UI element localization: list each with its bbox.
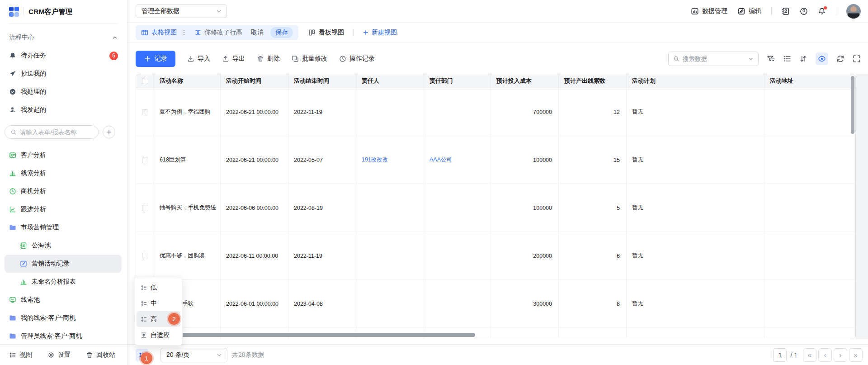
cell-plan[interactable]: 暂无 (627, 136, 764, 184)
table-row[interactable]: 618巨划算 2022-06-21 00:00:00 2022-05-07 19… (136, 136, 855, 184)
dept-link[interactable]: AAA公司 (429, 156, 452, 164)
col-header[interactable]: 预计产出线索数 (559, 74, 627, 88)
table-row[interactable]: 优惠不够，团购凑 2022-06-11 00:00:00 2022-11-19 … (136, 232, 855, 280)
sidebar-item-lead-pool[interactable]: 线索池 (0, 291, 127, 309)
cell-cost[interactable]: 100000 (491, 136, 559, 184)
delete-button[interactable]: 删除 (257, 55, 280, 63)
col-header[interactable]: 活动计划 (627, 74, 764, 88)
sort-icon[interactable] (799, 55, 807, 63)
row-checkbox[interactable] (142, 109, 148, 115)
cell-start[interactable]: 2022-06-21 00:00:00 (221, 88, 288, 136)
cell-leads[interactable]: 15 (559, 136, 627, 184)
page-size-select[interactable]: 20 条/页 (160, 348, 227, 362)
table-row[interactable]: 抽号购买，手机免费送 2022-06-06 00:00:00 2022-08-1… (136, 184, 855, 232)
sidebar-item-my-leads[interactable]: 我的线索-客户-商机 (0, 309, 127, 327)
cell-start[interactable]: 2022-06-01 00:00:00 (221, 280, 288, 328)
add-record-button[interactable]: 记录 (136, 51, 175, 67)
cell-end[interactable]: 2022-05-07 (288, 136, 356, 184)
sidebar-item-unnamed-report[interactable]: 未命名分析报表 (0, 273, 127, 291)
sidebar-section-process[interactable]: 流程中心 (0, 28, 127, 47)
export-button[interactable]: 导出 (222, 55, 245, 63)
tab-table-view[interactable]: 表格视图 (141, 28, 177, 37)
col-header[interactable]: 责任人 (356, 74, 424, 88)
first-page-button[interactable]: « (803, 348, 816, 362)
list-settings-icon[interactable] (783, 55, 791, 63)
help-icon[interactable] (800, 7, 808, 15)
table-search-input[interactable] (683, 56, 745, 62)
menu-item-row-height-auto[interactable]: 自适应 (137, 327, 180, 343)
sidebar-item-handled-by-me[interactable]: 我处理的 (0, 83, 127, 101)
cell-address[interactable] (764, 88, 855, 136)
sidebar-search-field[interactable] (20, 129, 83, 136)
cell-plan[interactable]: 暂无 (627, 232, 764, 280)
sidebar-item-cc-me[interactable]: 抄送我的 (0, 65, 127, 83)
table-row[interactable]: 夏不为例，幸福团购 2022-06-21 00:00:00 2022-11-19… (136, 88, 855, 136)
cell-dept[interactable] (424, 280, 491, 328)
menu-item-row-height-low[interactable]: 低 (137, 280, 180, 295)
table-row[interactable]: 礼拿到你手软 2022-06-01 00:00:00 2023-04-08 30… (136, 280, 855, 328)
data-scope-select[interactable]: 管理全部数据 (136, 5, 227, 18)
col-header[interactable]: 活动开始时间 (221, 74, 288, 88)
last-page-button[interactable]: » (849, 348, 863, 362)
cell-leads[interactable]: 12 (559, 88, 627, 136)
sidebar-item-public-pool[interactable]: 公海池 (0, 237, 127, 255)
batch-edit-button[interactable]: 批量修改 (292, 55, 327, 63)
add-form-button[interactable] (103, 126, 115, 138)
col-header[interactable]: 活动结束时间 (288, 74, 356, 88)
sidebar-item-followup-analysis[interactable]: 跟进分析 (0, 200, 127, 218)
prev-page-button[interactable]: ‹ (818, 348, 832, 362)
row-checkbox[interactable] (142, 253, 148, 259)
cell-start[interactable]: 2022-06-21 00:00:00 (221, 136, 288, 184)
cell-dept[interactable] (424, 184, 491, 232)
table-search-box[interactable] (668, 52, 759, 66)
cell-plan[interactable]: 暂无 (627, 184, 764, 232)
cell-name[interactable]: 618巨划算 (154, 136, 221, 184)
cell-end[interactable]: 2022-08-19 (288, 184, 356, 232)
cell-cost[interactable]: 100000 (491, 184, 559, 232)
tab-kanban-view[interactable]: 看板视图 (308, 28, 344, 37)
sidebar-item-todo-tasks[interactable]: 待办任务 6 (0, 47, 127, 65)
settings-button[interactable]: 设置 (47, 351, 71, 359)
cell-name[interactable]: 抽号购买，手机免费送 (154, 184, 221, 232)
filter-icon[interactable] (767, 55, 775, 63)
select-all-checkbox[interactable] (142, 78, 148, 84)
recycle-bin-button[interactable]: 回收站 (86, 351, 115, 359)
row-checkbox[interactable] (142, 157, 148, 163)
menu-item-row-height-medium[interactable]: 中 (137, 295, 180, 311)
cell-cost[interactable]: 300000 (491, 280, 559, 328)
cell-cost[interactable]: 700000 (491, 88, 559, 136)
cell-end[interactable]: 2022-11-19 (288, 88, 356, 136)
cell-name[interactable]: 夏不为例，幸福团购 (154, 88, 221, 136)
notifications-bell-icon[interactable] (818, 7, 826, 15)
cell-end[interactable]: 2022-11-19 (288, 232, 356, 280)
chevron-down-icon[interactable] (748, 56, 754, 62)
data-manage-button[interactable]: 数据管理 (691, 7, 727, 15)
cell-owner[interactable] (356, 280, 424, 328)
owner-link[interactable]: 191改改改 (362, 156, 388, 164)
next-page-button[interactable]: › (834, 348, 847, 362)
sidebar-item-lead-analysis[interactable]: 线索分析 (0, 164, 127, 182)
cell-end[interactable]: 2023-04-08 (288, 280, 356, 328)
sidebar-item-initiated-by-me[interactable]: 我发起的 (0, 101, 127, 119)
cell-plan[interactable]: 暂无 (627, 280, 764, 328)
cell-owner[interactable] (356, 88, 424, 136)
import-button[interactable]: 导入 (187, 55, 210, 63)
col-header[interactable]: 活动名称 (154, 74, 221, 88)
chevron-up-icon[interactable] (112, 34, 118, 41)
sidebar-item-customer-analysis[interactable]: 客户分析 (0, 146, 127, 164)
vertical-scrollbar[interactable] (851, 76, 854, 134)
cell-plan[interactable]: 暂无 (627, 88, 764, 136)
refresh-icon[interactable] (836, 55, 844, 63)
cell-owner[interactable] (356, 184, 424, 232)
cell-dept[interactable] (424, 232, 491, 280)
cell-owner[interactable] (356, 232, 424, 280)
cell-leads[interactable]: 5 (559, 184, 627, 232)
cell-start[interactable]: 2022-06-11 00:00:00 (221, 232, 288, 280)
horizontal-scrollbar[interactable] (143, 333, 475, 337)
cell-dept[interactable] (424, 88, 491, 136)
cell-leads[interactable]: 8 (559, 280, 627, 328)
more-options-icon[interactable] (181, 29, 187, 36)
cell-start[interactable]: 2022-06-06 00:00:00 (221, 184, 288, 232)
edit-button[interactable]: 编辑 (737, 7, 761, 15)
sidebar-item-marketing-activity-records[interactable]: 营销活动记录 (5, 255, 122, 273)
